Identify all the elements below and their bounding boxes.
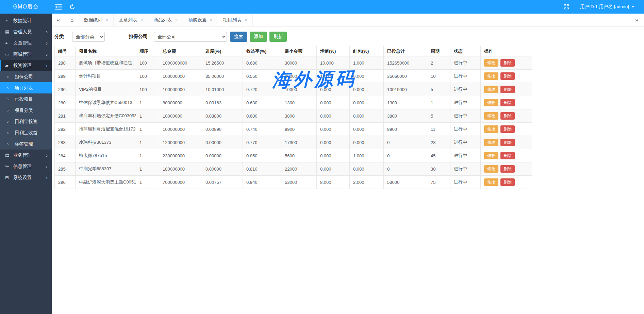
tab-close-icon[interactable]: ×	[210, 17, 213, 23]
sidebar-item-data-stats[interactable]: ◔数据统计	[0, 15, 52, 26]
company-select[interactable]: 全部公司	[154, 32, 227, 42]
table-cell: 裕太微787515	[76, 149, 136, 162]
sidebar-item-label: 日利宝投资	[15, 119, 48, 125]
sidebar-item-label: 业务管理	[13, 152, 46, 158]
tab-商品列表[interactable]: 商品列表×	[148, 14, 183, 26]
table-cell: 15.26500	[202, 56, 243, 70]
add-button[interactable]: 添加	[250, 32, 267, 42]
circle-icon: ○	[6, 86, 15, 90]
delete-button[interactable]: 删除	[500, 165, 515, 173]
tab-close-icon[interactable]: ×	[105, 17, 108, 23]
edit-button[interactable]: 修改	[484, 99, 498, 106]
tab-抽奖设置[interactable]: 抽奖设置×	[183, 14, 218, 26]
delete-button[interactable]: 删除	[500, 86, 515, 93]
sidebar-item-label: 系统设置	[13, 175, 46, 181]
chevron-right-icon: ›	[46, 163, 48, 169]
sidebar-item-info-manage[interactable]: ↪信息管理›	[0, 161, 52, 172]
table-cell: 1	[136, 136, 159, 149]
tabs-scroll-right-button[interactable]: »	[629, 14, 644, 26]
edit-button[interactable]: 修改	[484, 59, 498, 67]
table-cell: 100	[136, 70, 159, 83]
edit-button[interactable]: 修改	[484, 139, 498, 146]
table-cell: 30000	[281, 56, 317, 70]
actions-cell: 修改删除	[481, 109, 532, 123]
table-cell: 0.000	[317, 123, 350, 136]
edit-button[interactable]: 修改	[484, 152, 498, 159]
edit-button[interactable]: 修改	[484, 72, 498, 80]
sidebar-item-rilibao-invest[interactable]: ○日利宝投资	[0, 116, 52, 127]
sidebar-item-label: 日利宝收益	[15, 130, 48, 136]
column-header: 项目名称	[76, 46, 136, 56]
table-cell: 0.00890	[202, 123, 243, 136]
sidebar-item-admin-staff[interactable]: ▦管理人员›	[0, 26, 52, 37]
sidebar-item-mall-manage[interactable]: ▭商城管理›	[0, 49, 52, 60]
circle-icon: ○	[6, 108, 15, 112]
sidebar-item-invested-projects[interactable]: ○已投项目	[0, 93, 52, 105]
app-logo[interactable]: GMO后台	[0, 0, 52, 14]
table-cell: 0.000	[317, 136, 350, 149]
actions-cell: 修改删除	[481, 83, 532, 96]
delete-button[interactable]: 删除	[500, 178, 515, 186]
table-cell: 中润光学688307	[76, 162, 136, 176]
tab-数据统计[interactable]: 数据统计×	[79, 14, 114, 26]
refresh-button[interactable]: 刷新	[269, 32, 287, 42]
table-cell: 0.000	[350, 123, 384, 136]
table-cell: 0.000	[317, 149, 350, 162]
user-menu[interactable]: 用户ID:1 用户名:[admin] ▼	[580, 4, 634, 10]
table-cell: 0.000	[317, 162, 350, 176]
edit-button[interactable]: 修改	[484, 178, 498, 186]
sidebar-item-label: 担保公司	[15, 74, 48, 80]
sidebar-item-project-category[interactable]: ○项目分类	[0, 105, 52, 116]
delete-button[interactable]: 删除	[500, 152, 515, 159]
table-cell: 8900	[281, 123, 317, 136]
table-cell: 1	[136, 109, 159, 123]
edit-button[interactable]: 修改	[484, 86, 498, 93]
tab-close-icon[interactable]: ×	[140, 17, 143, 23]
table-cell: 3800	[281, 109, 317, 123]
menu-fold-icon[interactable]	[55, 4, 62, 10]
refresh-icon[interactable]	[69, 4, 75, 10]
sidebar-item-rilibao-income[interactable]: ○日利宝收益	[0, 127, 52, 138]
table-cell: 0.00000	[202, 162, 243, 176]
sidebar-item-system-settings[interactable]: ⊞系统设置›	[0, 172, 52, 183]
delete-button[interactable]: 删除	[500, 59, 515, 67]
home-tab[interactable]: ⌂	[65, 14, 79, 26]
projects-table: 编号项目名称顺序总金额进度(%)收益率(%)最小金额增值(%)红包(%)已投总计…	[54, 46, 532, 189]
tab-项目列表[interactable]: 项目列表×	[218, 14, 253, 26]
column-header: 增值(%)	[317, 46, 350, 56]
delete-button[interactable]: 删除	[500, 139, 515, 146]
table-row: 289倒计时项目10010000000035.060000.550300001.…	[55, 70, 532, 83]
category-select[interactable]: 全部分类	[72, 32, 105, 42]
sidebar-item-business-manage[interactable]: ▤业务管理›	[0, 150, 52, 161]
edit-button[interactable]: 修改	[484, 125, 498, 133]
tab-close-icon[interactable]: ×	[245, 17, 247, 23]
sidebar-item-article-manage[interactable]: ◕文章管理›	[0, 37, 52, 49]
table-cell: 1300	[281, 96, 317, 109]
circle-icon: ○	[6, 75, 15, 79]
sidebar-item-invest-manage[interactable]: ▰投资管理›	[0, 60, 52, 71]
sidebar-item-guarantee-company[interactable]: ○担保公司	[0, 71, 52, 82]
tabs-scroll-left-button[interactable]: «	[52, 14, 65, 26]
table-cell: 0.00163	[202, 96, 243, 109]
fullscreen-icon[interactable]	[564, 4, 569, 10]
delete-button[interactable]: 删除	[500, 125, 515, 133]
caret-down-icon: ▼	[631, 5, 634, 8]
table-cell: 中信保诚景华债券C550013	[76, 96, 136, 109]
edit-button[interactable]: 修改	[484, 112, 498, 120]
edit-button[interactable]: 修改	[484, 165, 498, 173]
search-button[interactable]: 搜索	[230, 32, 247, 42]
tab-close-icon[interactable]: ×	[175, 17, 178, 23]
column-header: 已投总计	[384, 46, 427, 56]
table-cell: 5	[427, 83, 450, 96]
delete-button[interactable]: 删除	[500, 112, 515, 120]
table-cell: 招商瑞利灵活配置混合161729	[76, 123, 136, 136]
table-row: 280中信保诚景华债券C5500131800000000.001630.6301…	[55, 96, 532, 109]
delete-button[interactable]: 删除	[500, 99, 515, 106]
delete-button[interactable]: 删除	[500, 72, 515, 80]
table-cell: 中融沪港深大消费主题C005143	[76, 176, 136, 189]
table-cell: 0.000	[350, 162, 384, 176]
sidebar-item-tag-manage[interactable]: ○标签管理	[0, 138, 52, 150]
tab-文章列表[interactable]: 文章列表×	[114, 14, 148, 26]
table-cell: 倒计时项目	[76, 70, 136, 83]
sidebar-item-project-list[interactable]: ○项目列表	[0, 82, 52, 93]
